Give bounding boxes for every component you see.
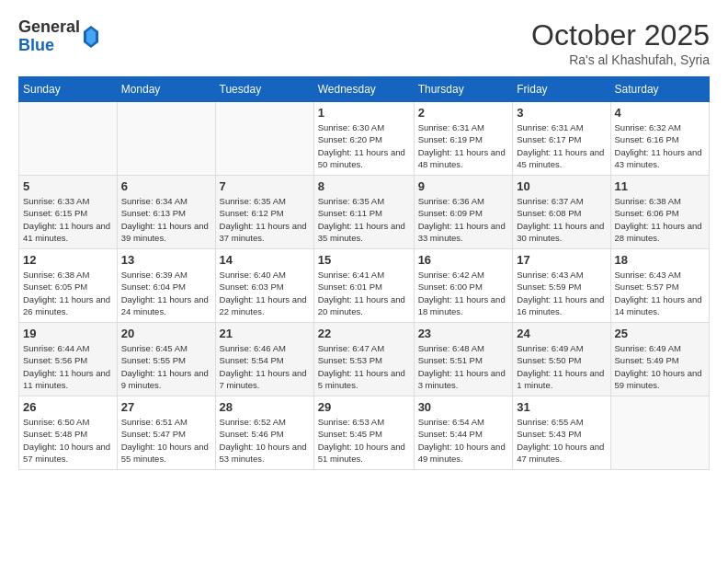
day-number: 28 — [220, 400, 310, 414]
calendar-cell — [117, 102, 215, 176]
calendar-cell: 28Sunrise: 6:52 AM Sunset: 5:46 PM Dayli… — [215, 396, 313, 470]
day-number: 19 — [23, 327, 113, 340]
day-number: 29 — [318, 400, 410, 414]
day-info: Sunrise: 6:35 AM Sunset: 6:12 PM Dayligh… — [220, 195, 310, 244]
day-number: 17 — [517, 253, 606, 267]
day-number: 10 — [517, 179, 606, 193]
day-number: 13 — [121, 253, 211, 267]
page-header: General Blue October 2025 Ra's al Khashu… — [18, 18, 710, 67]
day-info: Sunrise: 6:44 AM Sunset: 5:56 PM Dayligh… — [23, 342, 113, 391]
day-info: Sunrise: 6:32 AM Sunset: 6:16 PM Dayligh… — [615, 121, 705, 170]
day-number: 21 — [220, 327, 310, 340]
day-number: 20 — [121, 327, 211, 340]
weekday-header: Thursday — [414, 77, 513, 102]
day-info: Sunrise: 6:52 AM Sunset: 5:46 PM Dayligh… — [220, 416, 310, 465]
day-number: 2 — [418, 106, 509, 120]
calendar-cell: 21Sunrise: 6:46 AM Sunset: 5:54 PM Dayli… — [215, 323, 313, 396]
calendar-cell: 24Sunrise: 6:49 AM Sunset: 5:50 PM Dayli… — [513, 323, 610, 396]
day-info: Sunrise: 6:43 AM Sunset: 5:59 PM Dayligh… — [517, 269, 606, 317]
day-number: 16 — [418, 253, 509, 267]
weekday-header: Friday — [513, 77, 610, 102]
day-number: 23 — [418, 327, 509, 340]
logo-icon — [82, 24, 100, 50]
day-info: Sunrise: 6:37 AM Sunset: 6:08 PM Dayligh… — [517, 195, 606, 244]
day-info: Sunrise: 6:46 AM Sunset: 5:54 PM Dayligh… — [220, 342, 310, 391]
day-info: Sunrise: 6:31 AM Sunset: 6:19 PM Dayligh… — [418, 121, 509, 170]
location: Ra's al Khashufah, Syria — [531, 52, 710, 67]
calendar-cell: 19Sunrise: 6:44 AM Sunset: 5:56 PM Dayli… — [19, 323, 118, 396]
day-info: Sunrise: 6:31 AM Sunset: 6:17 PM Dayligh… — [517, 121, 606, 170]
day-info: Sunrise: 6:54 AM Sunset: 5:44 PM Dayligh… — [418, 416, 509, 465]
calendar-cell: 27Sunrise: 6:51 AM Sunset: 5:47 PM Dayli… — [117, 396, 215, 470]
day-info: Sunrise: 6:42 AM Sunset: 6:00 PM Dayligh… — [418, 269, 509, 317]
calendar-cell: 25Sunrise: 6:49 AM Sunset: 5:49 PM Dayli… — [610, 323, 709, 396]
day-number: 30 — [418, 400, 509, 414]
day-info: Sunrise: 6:47 AM Sunset: 5:53 PM Dayligh… — [318, 342, 410, 391]
calendar-cell: 23Sunrise: 6:48 AM Sunset: 5:51 PM Dayli… — [414, 323, 513, 396]
calendar-cell: 13Sunrise: 6:39 AM Sunset: 6:04 PM Dayli… — [117, 249, 215, 323]
calendar-cell: 4Sunrise: 6:32 AM Sunset: 6:16 PM Daylig… — [610, 102, 709, 176]
calendar-cell: 18Sunrise: 6:43 AM Sunset: 5:57 PM Dayli… — [610, 249, 709, 323]
day-info: Sunrise: 6:40 AM Sunset: 6:03 PM Dayligh… — [220, 269, 310, 317]
day-number: 15 — [318, 253, 410, 267]
day-number: 3 — [517, 106, 606, 120]
day-info: Sunrise: 6:48 AM Sunset: 5:51 PM Dayligh… — [418, 342, 509, 391]
calendar-week-row: 19Sunrise: 6:44 AM Sunset: 5:56 PM Dayli… — [19, 323, 710, 396]
weekday-header: Wednesday — [313, 77, 414, 102]
month-title: October 2025 — [531, 18, 710, 52]
day-info: Sunrise: 6:55 AM Sunset: 5:43 PM Dayligh… — [517, 416, 606, 465]
calendar-week-row: 1Sunrise: 6:30 AM Sunset: 6:20 PM Daylig… — [19, 102, 710, 176]
calendar-cell: 10Sunrise: 6:37 AM Sunset: 6:08 PM Dayli… — [513, 176, 610, 249]
day-number: 27 — [121, 400, 211, 414]
logo-blue-text: Blue — [18, 37, 80, 55]
weekday-header-row: SundayMondayTuesdayWednesdayThursdayFrid… — [19, 77, 710, 102]
calendar-cell: 20Sunrise: 6:45 AM Sunset: 5:55 PM Dayli… — [117, 323, 215, 396]
calendar-cell: 2Sunrise: 6:31 AM Sunset: 6:19 PM Daylig… — [414, 102, 513, 176]
day-info: Sunrise: 6:33 AM Sunset: 6:15 PM Dayligh… — [23, 195, 113, 244]
title-block: October 2025 Ra's al Khashufah, Syria — [531, 18, 710, 67]
calendar-cell: 3Sunrise: 6:31 AM Sunset: 6:17 PM Daylig… — [513, 102, 610, 176]
day-number: 24 — [517, 327, 606, 340]
calendar-cell — [610, 396, 709, 470]
calendar-cell: 16Sunrise: 6:42 AM Sunset: 6:00 PM Dayli… — [414, 249, 513, 323]
calendar-cell: 26Sunrise: 6:50 AM Sunset: 5:48 PM Dayli… — [19, 396, 118, 470]
day-number: 7 — [220, 179, 310, 193]
day-number: 6 — [121, 179, 211, 193]
calendar-table: SundayMondayTuesdayWednesdayThursdayFrid… — [18, 76, 710, 470]
logo-general-text: General — [18, 18, 80, 37]
day-number: 9 — [418, 179, 509, 193]
calendar-week-row: 26Sunrise: 6:50 AM Sunset: 5:48 PM Dayli… — [19, 396, 710, 470]
day-number: 11 — [615, 179, 705, 193]
day-info: Sunrise: 6:35 AM Sunset: 6:11 PM Dayligh… — [318, 195, 410, 244]
day-info: Sunrise: 6:43 AM Sunset: 5:57 PM Dayligh… — [615, 269, 705, 317]
weekday-header: Saturday — [610, 77, 709, 102]
day-number: 25 — [615, 327, 705, 340]
day-info: Sunrise: 6:51 AM Sunset: 5:47 PM Dayligh… — [121, 416, 211, 465]
day-number: 1 — [318, 106, 410, 120]
calendar-cell: 17Sunrise: 6:43 AM Sunset: 5:59 PM Dayli… — [513, 249, 610, 323]
day-number: 12 — [23, 253, 113, 267]
calendar-cell: 30Sunrise: 6:54 AM Sunset: 5:44 PM Dayli… — [414, 396, 513, 470]
calendar-cell: 15Sunrise: 6:41 AM Sunset: 6:01 PM Dayli… — [313, 249, 414, 323]
calendar-cell: 31Sunrise: 6:55 AM Sunset: 5:43 PM Dayli… — [513, 396, 610, 470]
calendar-cell: 14Sunrise: 6:40 AM Sunset: 6:03 PM Dayli… — [215, 249, 313, 323]
day-number: 26 — [23, 400, 113, 414]
weekday-header: Tuesday — [215, 77, 313, 102]
calendar-cell: 1Sunrise: 6:30 AM Sunset: 6:20 PM Daylig… — [313, 102, 414, 176]
calendar-cell: 22Sunrise: 6:47 AM Sunset: 5:53 PM Dayli… — [313, 323, 414, 396]
day-number: 4 — [615, 106, 705, 120]
weekday-header: Monday — [117, 77, 215, 102]
day-info: Sunrise: 6:53 AM Sunset: 5:45 PM Dayligh… — [318, 416, 410, 465]
day-info: Sunrise: 6:30 AM Sunset: 6:20 PM Dayligh… — [318, 121, 410, 170]
calendar-cell: 8Sunrise: 6:35 AM Sunset: 6:11 PM Daylig… — [313, 176, 414, 249]
calendar-cell: 6Sunrise: 6:34 AM Sunset: 6:13 PM Daylig… — [117, 176, 215, 249]
calendar-cell: 29Sunrise: 6:53 AM Sunset: 5:45 PM Dayli… — [313, 396, 414, 470]
day-number: 5 — [23, 179, 113, 193]
calendar-cell: 11Sunrise: 6:38 AM Sunset: 6:06 PM Dayli… — [610, 176, 709, 249]
calendar-cell: 9Sunrise: 6:36 AM Sunset: 6:09 PM Daylig… — [414, 176, 513, 249]
day-number: 31 — [517, 400, 606, 414]
day-info: Sunrise: 6:41 AM Sunset: 6:01 PM Dayligh… — [318, 269, 410, 317]
day-info: Sunrise: 6:50 AM Sunset: 5:48 PM Dayligh… — [23, 416, 113, 465]
calendar-week-row: 12Sunrise: 6:38 AM Sunset: 6:05 PM Dayli… — [19, 249, 710, 323]
day-info: Sunrise: 6:45 AM Sunset: 5:55 PM Dayligh… — [121, 342, 211, 391]
